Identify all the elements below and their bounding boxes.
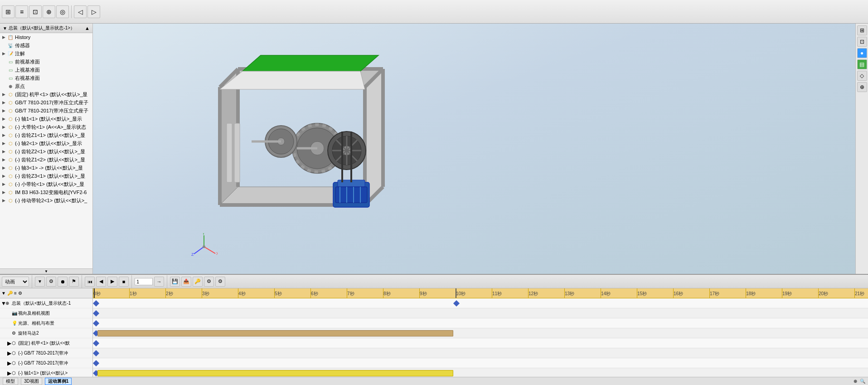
save-anim-btn[interactable]: 💾: [170, 277, 180, 287]
tree-item-annotation[interactable]: ▶ 📝 注解: [0, 49, 92, 58]
component-icon: ⬡: [7, 132, 14, 139]
tl-comp3-icon: ⬡: [12, 361, 18, 366]
play-back-btn[interactable]: ◀: [96, 277, 106, 287]
tl-item-lights[interactable]: 💡 光源、相机与布景: [0, 318, 92, 328]
tree-item-comp2[interactable]: ▶ ⬡ GB/T 7810-2017(带冲压立式座子: [0, 98, 92, 107]
tree-item-origin[interactable]: ⊕ 原点: [0, 82, 92, 90]
rewind-btn[interactable]: ⏮: [85, 277, 95, 287]
diamond-marker-comp1[interactable]: [93, 340, 99, 346]
ruler-label: 7秒: [347, 291, 354, 297]
toolbar-btn-6[interactable]: ◁: [74, 5, 87, 18]
tl-item-tl-comp1[interactable]: ▶ ⬡ (固定) 机甲<1> (默认<<默: [0, 338, 92, 348]
time-input[interactable]: [135, 278, 153, 285]
tree-item-comp13[interactable]: ▶ ⬡ IM B3 H63-132变频电机[YVF2-6: [0, 188, 92, 196]
drive-btn[interactable]: ⚙: [204, 277, 214, 287]
tab-model[interactable]: 模型: [3, 378, 18, 385]
tree-item-comp8[interactable]: ▶ ⬡ (-) 齿轮Z2<1> (默认<<默认>_显: [0, 147, 92, 156]
tl-item-views[interactable]: 📷 视向及相机视图: [0, 308, 92, 318]
tl-item-tl-axis1[interactable]: ▶ ⬡ (-) 轴1<1> (默认<<默认>: [0, 368, 92, 377]
right-icon-5[interactable]: ◇: [857, 71, 867, 81]
svg-marker-14: [242, 55, 378, 71]
arrow-right-btn[interactable]: →: [154, 277, 164, 287]
diamond-marker-comp2[interactable]: [93, 350, 99, 356]
toolbar-btn-7[interactable]: ▷: [87, 5, 100, 18]
tree-item-comp14[interactable]: ▶ ⬡ (-) 传动带轮2<1> (默认<<默认>_: [0, 196, 92, 205]
tree-item-label: (-) 齿轮Z1<1> (默认<<默认>_显: [15, 132, 92, 139]
ruler-label: 5秒: [275, 291, 282, 297]
tree-item-comp11[interactable]: ▶ ⬡ (-) 齿轮Z3<1> (默认<<默认>_显: [0, 172, 92, 180]
tab-motion[interactable]: 运动算例1: [45, 378, 72, 385]
right-icon-2[interactable]: ⊡: [857, 37, 867, 47]
diamond-marker-comp3[interactable]: [93, 360, 99, 366]
tree-item-comp3[interactable]: ▶ ⬡ GB/T 7810-2017(带冲压立式座子: [0, 107, 92, 115]
tree-item-comp4[interactable]: ▶ ⬡ (-) 轴1<1> (默认<<默认>_显示: [0, 115, 92, 123]
expand-icon: ▶: [1, 124, 6, 130]
right-icon-4[interactable]: ▤: [857, 59, 867, 69]
timeline-track-area[interactable]: 0秒 1秒 2秒 3秒 4秒 5秒 6秒 7秒 8秒 9秒 10秒 11秒 12…: [93, 288, 868, 377]
settings-btn[interactable]: ⚙: [46, 277, 56, 287]
stop-btn[interactable]: ■: [119, 277, 129, 287]
filter-icon: ▼: [3, 26, 7, 31]
ruler-mark-9: 9秒: [419, 288, 427, 298]
right-icon-3[interactable]: ●: [857, 48, 867, 58]
right-panel-icons: ⊞ ⊡ ● ▤ ◇ ⊕: [855, 24, 868, 274]
right-icon-1[interactable]: ⊞: [857, 25, 867, 35]
tree-item-comp12[interactable]: ▶ ⬡ (-) 小带轮<1> (默认<<默认>_显: [0, 180, 92, 188]
tree-item-comp6[interactable]: ▶ ⬡ (-) 齿轮Z1<1> (默认<<默认>_显: [0, 131, 92, 139]
expand-icon: ▶: [1, 198, 6, 203]
tl-collapse-icon[interactable]: ≡: [14, 291, 17, 296]
gear-settings-btn[interactable]: ⚙: [215, 277, 225, 287]
component-icon: ⬡: [7, 140, 14, 147]
tl-settings-icon[interactable]: ⚙: [18, 291, 22, 296]
panel-scroll-down[interactable]: ▼: [0, 268, 92, 274]
toolbar-btn-5[interactable]: ◎: [56, 5, 69, 18]
svg-text:X: X: [216, 251, 218, 256]
tree-item-comp7[interactable]: ▶ ⬡ (-) 轴2<1> (默认<<默认>_显示: [0, 139, 92, 147]
3d-viewport[interactable]: X Y Z: [93, 24, 855, 274]
tl-item-motor[interactable]: ⚙ 旋转马达2: [0, 328, 92, 338]
right-icon-6[interactable]: ⊕: [857, 82, 867, 92]
animation-mode-dropdown[interactable]: 动画: [2, 277, 29, 287]
toolbar-btn-3[interactable]: ⊡: [29, 5, 42, 18]
tl-item-label: 视向及相机视图: [18, 310, 50, 317]
expand-icon: ▶: [1, 149, 6, 154]
diamond-marker-start[interactable]: [93, 300, 99, 307]
export-btn[interactable]: 📤: [181, 277, 191, 287]
tl-item-tl-comp2[interactable]: ▶ ⬡ (-) GB/T 7810-2017(带冲: [0, 348, 92, 358]
key-btn[interactable]: 🔑: [193, 277, 203, 287]
diamond-marker-end[interactable]: [453, 300, 460, 307]
tree-item-comp9[interactable]: ▶ ⬡ (-) 齿轮Z1<2> (默认<<默认>_显: [0, 156, 92, 164]
tree-item-comp1[interactable]: ▶ ⬡ (固定) 机甲<1> (默认<<默认>_显: [0, 90, 92, 98]
toolbar-btn-2[interactable]: ≡: [15, 5, 28, 18]
tl-filter-icon[interactable]: ▼: [1, 291, 6, 296]
tree-item-top-plane[interactable]: ▭ 上视基准面: [0, 66, 92, 74]
diamond-marker-views[interactable]: [93, 310, 99, 317]
tree-item-front-plane[interactable]: ▭ 前视基准面: [0, 58, 92, 66]
animation-section: 动画 ▼ ⚙ ⏺ ⚑ ⏮ ◀ ▶ ■ → 💾 📤 🔑 ⚙ ⚙ ▼ 🔑 ≡: [0, 274, 868, 385]
expand-icon: [1, 75, 6, 81]
toolbar-btn-4[interactable]: ⊕: [43, 5, 55, 18]
toolbar-btn-1[interactable]: ⊞: [2, 5, 15, 18]
tree-item-right-plane[interactable]: ▭ 右视基准面: [0, 74, 92, 82]
filter-btn[interactable]: ▼: [35, 277, 45, 287]
tree-item-sensor[interactable]: 📡 传感器: [0, 41, 92, 49]
expand-icon: ▶: [1, 141, 6, 146]
flag-btn[interactable]: ⚑: [69, 277, 79, 287]
component-icon: ⬡: [7, 91, 14, 98]
play-btn[interactable]: ▶: [107, 277, 117, 287]
tl-item-tl-comp3[interactable]: ▶ ⬡ (-) GB/T 7810-2017(带冲: [0, 358, 92, 368]
tab-3dview[interactable]: 3D视图: [21, 378, 42, 385]
ruler-label: 2秒: [166, 291, 173, 297]
tl-item-assembly[interactable]: ▼ ⊕ 总装（默认<默认_显示状态-1: [0, 298, 92, 308]
tl-comp1-icon: ⬡: [12, 341, 18, 346]
tree-item-comp10[interactable]: ▶ ⬡ (-) 轴3<1> -> (默认<<默认>_显: [0, 164, 92, 172]
status-zoom-in[interactable]: ⊕: [853, 379, 857, 384]
tl-key-icon[interactable]: 🔑: [7, 291, 13, 296]
tree-item-history[interactable]: ▶ 📋 History: [0, 33, 92, 41]
diamond-marker-lights[interactable]: [93, 320, 99, 327]
record-btn[interactable]: ⏺: [58, 277, 68, 287]
scroll-up-btn[interactable]: ▲: [85, 25, 90, 31]
component-icon: ⬡: [7, 189, 14, 196]
status-zoom-out[interactable]: 🔍: [860, 379, 865, 384]
tree-item-comp5[interactable]: ▶ ⬡ (-) 大带轮<1> (A<<A>_显示状态: [0, 123, 92, 131]
